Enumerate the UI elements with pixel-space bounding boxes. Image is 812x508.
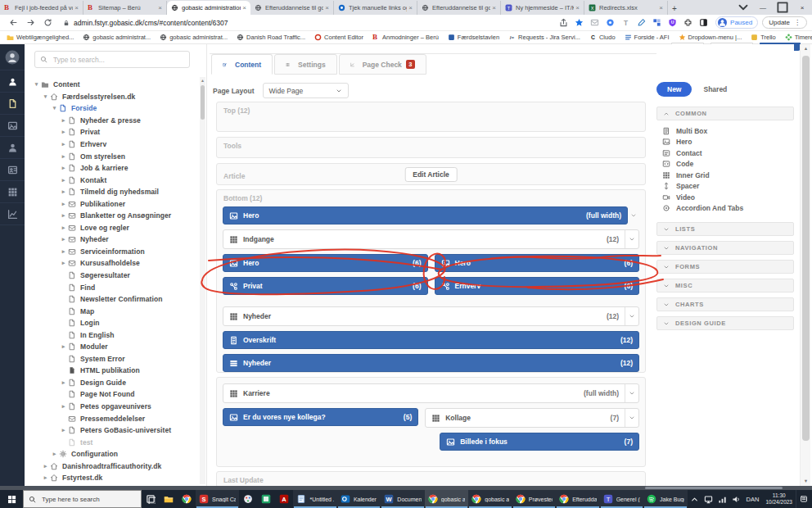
shared-tab[interactable]: Shared xyxy=(703,85,727,93)
tree-item[interactable]: Søgeresultater xyxy=(29,270,197,282)
action-center-icon[interactable] xyxy=(796,490,810,508)
tree-item[interactable]: ▸ Tilmeld dig nyhedsmail xyxy=(29,186,197,198)
library-item[interactable]: Multi Box xyxy=(656,125,794,137)
main-scrollbar-thumb[interactable] xyxy=(802,56,810,441)
library-section-header[interactable]: NAVIGATION xyxy=(656,241,794,255)
new-tab-button[interactable]: + xyxy=(668,2,681,15)
tree-item[interactable]: ▸ Job & karriere xyxy=(29,162,197,175)
address-bar[interactable]: admin.fstyr.gobasic.dk/cms/#content/cont… xyxy=(56,16,515,29)
tab-close-icon[interactable]: × xyxy=(408,4,413,11)
bookmark-star-icon[interactable] xyxy=(575,18,584,27)
widget-nyheder-list[interactable]: Nyheder (12) xyxy=(223,354,639,372)
library-item[interactable]: Accordion And Tabs xyxy=(656,203,794,215)
browser-tab[interactable]: T Ny hjemmeside – IT/KOM × xyxy=(501,1,584,15)
library-item[interactable]: Contact xyxy=(656,147,794,159)
taskbar-app-button[interactable] xyxy=(257,490,275,508)
tree-expand-arrow[interactable]: ▸ xyxy=(60,343,67,350)
tree-item[interactable]: ▾ Forside xyxy=(29,102,197,115)
clock[interactable]: 11:30 10/24/2023 xyxy=(765,492,792,506)
widget-hero-left[interactable]: Hero (6) xyxy=(223,254,428,272)
tree-expand-arrow[interactable]: ▸ xyxy=(60,129,67,135)
chevron-down-icon[interactable] xyxy=(625,409,638,427)
taskbar-app-button[interactable]: Efterudda... xyxy=(556,490,599,508)
tree-item[interactable]: ▾ Færdselsstyrelsen.dk xyxy=(29,91,197,103)
bookmark-item[interactable]: gobasic administrat... xyxy=(83,34,151,41)
tree-expand-arrow[interactable]: ▸ xyxy=(60,379,67,386)
tree-expand-arrow[interactable]: ▾ xyxy=(33,81,40,88)
bookmark-item[interactable]: B Anmodninger – Berú xyxy=(372,34,439,41)
tree-expand-arrow[interactable]: ▸ xyxy=(60,236,67,243)
tree-item[interactable]: Newsletter Confirmation xyxy=(29,293,197,306)
taskbar-app-button[interactable]: Jake Bugg... xyxy=(643,490,687,508)
rail-item[interactable] xyxy=(0,70,25,93)
tree-item[interactable]: ▾ Content xyxy=(29,79,197,91)
browser-tab[interactable]: Efteruddannelse til gods- × xyxy=(250,1,334,15)
taskbar-app-button[interactable]: S Snagit Ca... xyxy=(196,490,239,508)
tree-scrollbar-thumb[interactable] xyxy=(201,85,205,120)
rail-item[interactable] xyxy=(0,115,25,137)
last-update-section[interactable]: Last Update xyxy=(216,471,646,488)
snagit-ext-icon[interactable] xyxy=(652,18,661,27)
rail-item[interactable] xyxy=(0,93,25,115)
tree-item[interactable]: In English xyxy=(29,329,197,341)
tree-item[interactable]: ▸ Configuration xyxy=(29,448,197,460)
tree-item[interactable]: ▸ Fstyrtest.dk xyxy=(29,472,197,484)
library-item[interactable]: Video xyxy=(656,192,794,203)
library-section-header[interactable]: CHARTS xyxy=(656,297,794,311)
tree-item[interactable]: ▸ Blanketter og Ansøgninger xyxy=(29,210,197,222)
tools-section[interactable]: Tools xyxy=(216,137,646,158)
tree-item[interactable]: ▸ Moduler xyxy=(29,341,197,353)
browser-tab[interactable]: gobasic administration × xyxy=(167,1,250,15)
library-item[interactable]: Inner Grid xyxy=(656,170,794,181)
browser-tab[interactable]: Efteruddannelse til gods: × xyxy=(417,1,501,15)
kebab-menu-icon[interactable]: ⋮ xyxy=(794,19,801,26)
tree-item[interactable]: ▸ Privat xyxy=(29,126,197,138)
volume-icon[interactable] xyxy=(732,495,741,504)
library-item[interactable]: Code xyxy=(656,159,794,170)
chevron-down-icon[interactable] xyxy=(625,230,638,248)
tree-expand-arrow[interactable]: ▸ xyxy=(60,403,67,410)
group-nyheder[interactable]: Nyheder (12) xyxy=(223,306,639,326)
user-avatar-icon[interactable] xyxy=(0,44,25,70)
library-section-header[interactable]: MISC xyxy=(656,279,794,293)
edit-article-button[interactable]: Edit Article xyxy=(404,167,458,182)
tree-item[interactable]: ▸ Design Guide xyxy=(29,377,197,389)
tree-item[interactable]: ▸ Kontakt xyxy=(29,174,197,186)
tree-item[interactable]: Map xyxy=(29,305,197,317)
library-section-header[interactable]: COMMON xyxy=(656,107,794,120)
chevron-down-icon[interactable] xyxy=(628,212,639,219)
tree-expand-arrow[interactable]: ▸ xyxy=(60,427,67,433)
rail-item[interactable] xyxy=(0,159,25,181)
close-button[interactable]: × xyxy=(792,0,812,15)
start-button[interactable] xyxy=(0,490,23,508)
update-button[interactable]: Update ⋮ xyxy=(762,16,807,29)
tree-expand-arrow[interactable]: ▸ xyxy=(60,165,67,171)
tree-item[interactable]: ▸ Kursusafholdelse xyxy=(29,257,197,270)
tree-item[interactable]: ▸ Serviceinformation xyxy=(29,246,197,258)
tree-expand-arrow[interactable]: ▸ xyxy=(60,153,67,160)
tree-item[interactable]: Login xyxy=(29,317,197,329)
article-section[interactable]: Article Edit Article xyxy=(216,163,646,185)
scroll-down-icon[interactable]: ▼ xyxy=(801,477,811,486)
bookmark-item[interactable]: Færdselstavlen xyxy=(448,34,499,41)
tree-expand-arrow[interactable]: ▸ xyxy=(51,451,58,457)
browser-tab[interactable]: Tjek manuelle links og u: × xyxy=(334,1,417,15)
network-icon[interactable] xyxy=(718,495,727,504)
monitor-icon[interactable] xyxy=(704,495,713,504)
gear-ext-icon[interactable] xyxy=(606,18,615,27)
chevron-down-icon[interactable] xyxy=(625,384,638,402)
bookmark-item[interactable]: /= Requests - Jira Servi... xyxy=(508,34,580,41)
tree-search[interactable] xyxy=(34,51,190,68)
tree-item[interactable]: ▸ Nyheder & presse xyxy=(29,115,197,127)
tree-expand-arrow[interactable]: ▸ xyxy=(60,188,67,195)
chevron-up-icon[interactable] xyxy=(690,495,699,504)
taskbar-app-button[interactable] xyxy=(239,490,257,508)
extensions-puzzle-icon[interactable] xyxy=(683,18,692,27)
bookmark-item[interactable]: Dropdown-menu |... xyxy=(679,34,742,41)
widget-hero-full[interactable]: Hero (full width) xyxy=(223,206,628,225)
main-tab[interactable]: Page Check 3 xyxy=(339,54,426,75)
tree-expand-arrow[interactable]: ▸ xyxy=(42,463,49,469)
tree-expand-arrow[interactable]: ▸ xyxy=(60,177,67,184)
browser-tab[interactable]: B Fejl i job-feeded på vore: × xyxy=(0,1,83,15)
tree-item[interactable]: ▸ Publikationer xyxy=(29,197,197,210)
